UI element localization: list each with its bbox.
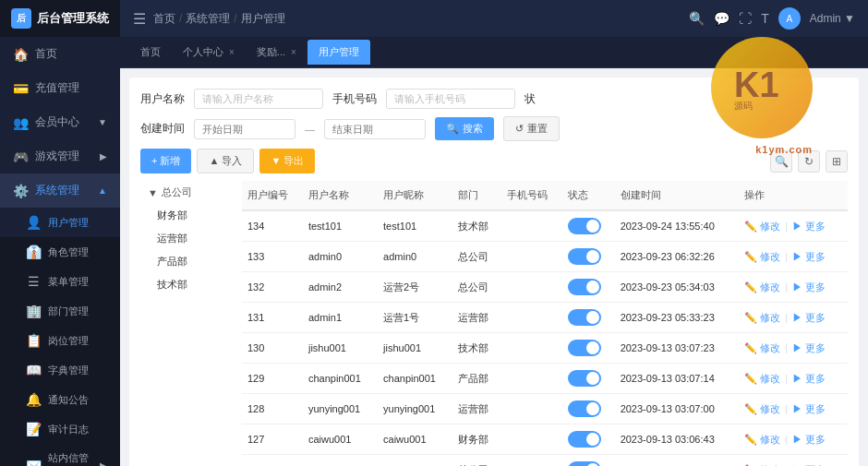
tree-item-product[interactable]: 产品部 xyxy=(150,250,233,273)
message-icon: ✉️ xyxy=(26,458,41,466)
sidebar-label-member: 会员中心 xyxy=(35,114,79,130)
chat-icon[interactable]: 💬 xyxy=(714,11,729,26)
dict-icon: 📖 xyxy=(26,363,41,377)
more-link[interactable]: ▶ 更多 xyxy=(792,221,826,232)
sidebar-item-home[interactable]: 🏠 首页 xyxy=(0,37,120,71)
end-date-input[interactable] xyxy=(324,119,426,139)
col-username: 用户名称 xyxy=(303,181,378,210)
import-button[interactable]: ▲ 导入 xyxy=(197,149,254,173)
more-link[interactable]: ▶ 更多 xyxy=(792,251,826,262)
more-link[interactable]: ▶ 更多 xyxy=(792,281,826,293)
username-input[interactable] xyxy=(194,89,323,109)
cell-username: admin0 xyxy=(303,242,378,272)
status-toggle[interactable] xyxy=(568,370,601,387)
search-toolbar-icon[interactable]: 🔍 xyxy=(770,150,792,173)
tree-item-finance[interactable]: 财务部 xyxy=(150,204,233,227)
status-toggle[interactable] xyxy=(568,400,601,417)
sidebar-item-member[interactable]: 👥 会员中心 ▼ xyxy=(0,105,120,139)
sidebar-item-system[interactable]: ⚙️ 系统管理 ▲ xyxy=(0,173,120,208)
tab-reward-close[interactable]: × xyxy=(291,47,296,57)
sidebar-label-home: 首页 xyxy=(35,46,57,62)
table-row: 129 chanpin001 chanpin001 产品部 2023-09-13… xyxy=(242,364,848,394)
sidebar-item-dict[interactable]: 📖 字典管理 xyxy=(0,355,120,385)
status-toggle[interactable] xyxy=(568,218,601,234)
tree-root[interactable]: ▼ 总公司 xyxy=(140,181,233,204)
edit-link[interactable]: ✏️ 修改 xyxy=(744,373,780,384)
breadcrumb-sep-2: / xyxy=(234,12,236,25)
table-row: 128 yunying001 yunying001 运营部 2023-09-13… xyxy=(242,394,848,424)
tab-user-mgmt[interactable]: 用户管理 xyxy=(307,40,370,65)
col-created: 创建时间 xyxy=(615,181,739,210)
status-toggle[interactable] xyxy=(568,431,601,448)
tree-product-label: 产品部 xyxy=(157,256,187,267)
search-button[interactable]: 🔍 搜索 xyxy=(435,117,494,140)
sidebar-label-dept: 部门管理 xyxy=(48,305,89,318)
sidebar-item-audit[interactable]: 📝 审计日志 xyxy=(0,414,120,444)
fullscreen-icon[interactable]: ⛶ xyxy=(739,11,752,26)
col-status: 状态 xyxy=(562,181,615,210)
more-link[interactable]: ▶ 更多 xyxy=(792,373,826,384)
action-separator: | xyxy=(785,312,788,323)
reset-button[interactable]: ↺ 重置 xyxy=(503,116,560,141)
col-actions: 操作 xyxy=(739,181,848,210)
edit-link[interactable]: ✏️ 修改 xyxy=(744,312,780,323)
grid-icon[interactable]: ⊞ xyxy=(826,150,848,173)
action-separator: | xyxy=(785,221,788,232)
content-area: 用户名称 手机号码 状 创建时间 — 🔍 搜索 ↺ 重置 xyxy=(120,68,868,466)
edit-link[interactable]: ✏️ 修改 xyxy=(744,342,780,353)
sidebar-label-game: 游戏管理 xyxy=(35,149,79,164)
status-toggle[interactable] xyxy=(568,340,601,356)
status-toggle[interactable] xyxy=(568,279,601,295)
breadcrumb-home[interactable]: 首页 xyxy=(153,11,175,27)
tab-profile-close[interactable]: × xyxy=(229,47,235,57)
cell-status xyxy=(562,242,615,272)
edit-link[interactable]: ✏️ 修改 xyxy=(744,403,780,414)
sidebar-item-recharge[interactable]: 💳 充值管理 xyxy=(0,71,120,105)
sidebar-item-post[interactable]: 📋 岗位管理 xyxy=(0,326,120,355)
add-button[interactable]: + 新增 xyxy=(140,149,191,173)
action-separator: | xyxy=(785,251,788,262)
import-btn-label: ▲ 导入 xyxy=(209,154,242,168)
username-filter-label: 用户名称 xyxy=(140,91,185,107)
status-toggle[interactable] xyxy=(568,309,601,326)
export-button[interactable]: ▼ 导出 xyxy=(259,149,315,173)
app-logo: 后 后台管理系统 xyxy=(0,0,120,37)
sidebar-item-user[interactable]: 👤 用户管理 xyxy=(0,208,120,237)
cell-nickname: test101 xyxy=(378,210,452,242)
more-link[interactable]: ▶ 更多 xyxy=(792,434,826,445)
edit-link[interactable]: ✏️ 修改 xyxy=(744,221,780,232)
more-link[interactable]: ▶ 更多 xyxy=(792,403,826,414)
tab-home[interactable]: 首页 xyxy=(129,40,172,65)
game-icon: 🎮 xyxy=(13,149,28,164)
search-icon[interactable]: 🔍 xyxy=(689,11,705,26)
tab-reward[interactable]: 奖励... × xyxy=(246,40,307,65)
tree-finance-label: 财务部 xyxy=(157,209,187,221)
tree-item-ops[interactable]: 运营部 xyxy=(150,227,233,250)
header: ☰ 首页 / 系统管理 / 用户管理 🔍 💬 ⛶ T A Admin ▼ xyxy=(120,0,868,37)
breadcrumb-system[interactable]: 系统管理 xyxy=(186,11,230,27)
hamburger-icon[interactable]: ☰ xyxy=(133,10,146,28)
tree-item-tech[interactable]: 技术部 xyxy=(150,273,233,296)
sidebar-item-menu[interactable]: ☰ 菜单管理 xyxy=(0,267,120,296)
font-size-icon[interactable]: T xyxy=(761,11,769,26)
sidebar-item-game[interactable]: 🎮 游戏管理 ▶ xyxy=(0,139,120,173)
sidebar-item-message[interactable]: ✉️ 站内信管理 ▶ xyxy=(0,444,120,466)
status-toggle[interactable] xyxy=(568,248,601,265)
sidebar-item-dept[interactable]: 🏢 部门管理 xyxy=(0,296,120,326)
start-date-input[interactable] xyxy=(194,119,295,139)
phone-input[interactable] xyxy=(386,89,515,109)
tab-profile[interactable]: 个人中心 × xyxy=(172,40,246,65)
user-menu[interactable]: Admin ▼ xyxy=(810,12,855,25)
edit-link[interactable]: ✏️ 修改 xyxy=(744,281,780,293)
sidebar-item-role[interactable]: 👔 角色管理 xyxy=(0,237,120,267)
status-toggle[interactable] xyxy=(568,461,601,466)
reset-icon: ↺ xyxy=(515,123,524,135)
edit-link[interactable]: ✏️ 修改 xyxy=(744,251,780,262)
table-row: 134 test101 test101 技术部 2023-09-24 13:55… xyxy=(242,210,848,242)
edit-link[interactable]: ✏️ 修改 xyxy=(744,434,780,445)
refresh-icon[interactable]: ↻ xyxy=(798,150,820,173)
sidebar-item-notice[interactable]: 🔔 通知公告 xyxy=(0,385,120,414)
table-header-row: 用户编号 用户名称 用户昵称 部门 手机号码 状态 创建时间 操作 xyxy=(242,181,848,210)
more-link[interactable]: ▶ 更多 xyxy=(792,312,826,323)
more-link[interactable]: ▶ 更多 xyxy=(792,342,826,353)
